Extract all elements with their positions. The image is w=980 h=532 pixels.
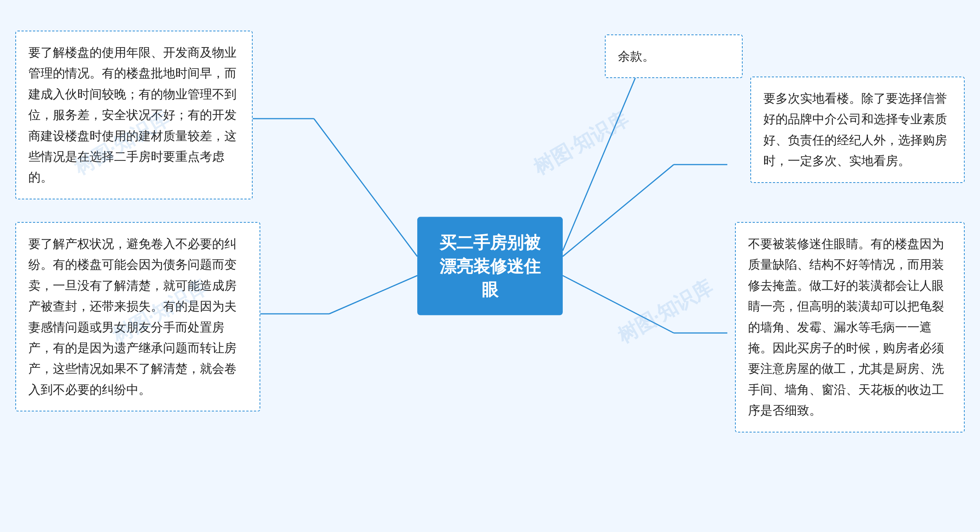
svg-line-6 [563, 165, 674, 256]
svg-line-8 [563, 276, 674, 333]
svg-line-2 [329, 276, 417, 314]
watermark-4: 树图·知识库 [613, 274, 717, 350]
node-top-right-medium-text: 要多次实地看楼。除了要选择信誉好的品牌中介公司和选择专业素质好、负责任的经纪人外… [763, 91, 947, 168]
node-top-left: 要了解楼盘的使用年限、开发商及物业管理的情况。有的楼盘批地时间早，而建成入伙时间… [15, 31, 253, 199]
node-right-middle: 不要被装修迷住眼睛。有的楼盘因为质量缺陷、结构不好等情况，而用装修去掩盖。做工好… [735, 222, 965, 432]
node-top-right-small: 余款。 [605, 34, 743, 78]
node-top-right-small-text: 余款。 [618, 49, 655, 63]
node-right-middle-text: 不要被装修迷住眼睛。有的楼盘因为质量缺陷、结构不好等情况，而用装修去掩盖。做工好… [748, 237, 944, 417]
node-bottom-left: 要了解产权状况，避免卷入不必要的纠纷。有的楼盘可能会因为债务问题而变卖，一旦没有… [15, 222, 260, 411]
svg-line-0 [314, 119, 417, 256]
mind-map-container: 树图·知识库 树图·知识库 树图·知识库 树图·知识库 买二手房别被漂亮装修迷住… [0, 0, 980, 532]
node-bottom-left-text: 要了解产权状况，避免卷入不必要的纠纷。有的楼盘可能会因为债务问题而变卖，一旦没有… [28, 237, 237, 397]
watermark-2: 树图·知识库 [529, 106, 633, 181]
central-title: 买二手房别被漂亮装修迷住眼 [439, 233, 541, 299]
node-top-left-text: 要了解楼盘的使用年限、开发商及物业管理的情况。有的楼盘批地时间早，而建成入伙时间… [28, 46, 237, 184]
central-node: 买二手房别被漂亮装修迷住眼 [417, 217, 563, 315]
svg-line-4 [563, 59, 643, 251]
node-top-right-medium: 要多次实地看楼。除了要选择信誉好的品牌中介公司和选择专业素质好、负责任的经纪人外… [750, 77, 965, 183]
